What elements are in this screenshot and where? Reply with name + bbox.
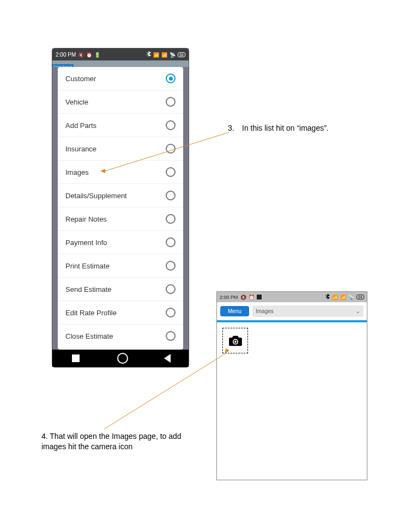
svg-line-4 [104,353,226,429]
arrow-line-2 [0,0,411,532]
